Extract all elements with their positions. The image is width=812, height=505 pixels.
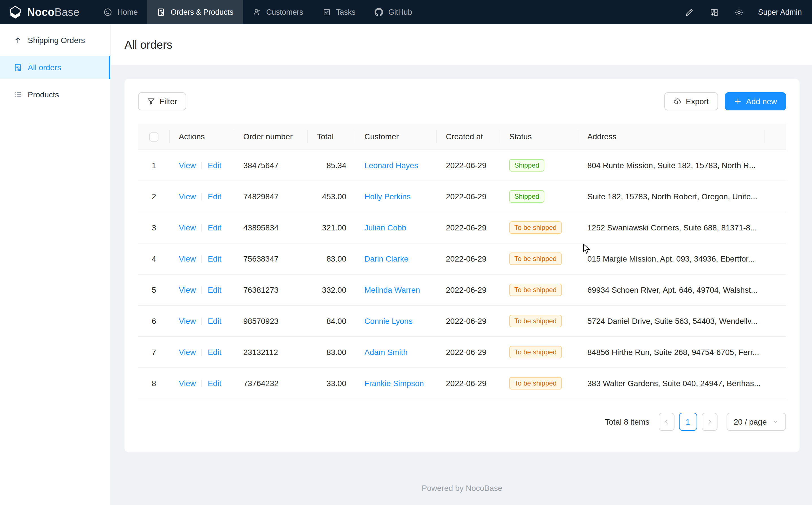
customer-link[interactable]: Holly Perkins (364, 192, 411, 201)
actions-cell: ViewEdit (170, 212, 234, 243)
view-link[interactable]: View (179, 378, 196, 387)
prev-page-button[interactable] (658, 412, 674, 431)
edit-link[interactable]: Edit (208, 316, 221, 325)
status-cell: To be shipped (500, 212, 578, 243)
total-cell: 84.00 (308, 305, 355, 336)
customer-link[interactable]: Julian Cobb (364, 223, 406, 232)
sidebar-item-all-orders[interactable]: All orders (0, 56, 110, 79)
page-size-select[interactable]: 20 / page (726, 412, 786, 431)
row-index: 7 (152, 347, 156, 356)
table-row: 5 ViewEdit 76381273 332.00 Melinda Warre… (138, 274, 786, 305)
brand-text: NocoBase (27, 6, 79, 18)
view-link[interactable]: View (179, 316, 196, 325)
table-row: 2 ViewEdit 74829847 453.00 Holly Perkins… (138, 181, 786, 212)
created-at-cell: 2022-06-29 (437, 212, 500, 243)
user-menu[interactable]: Super Admin (758, 8, 802, 16)
order-number-cell: 74829847 (234, 181, 308, 212)
view-link[interactable]: View (179, 223, 196, 232)
nav-item-label: Customers (266, 8, 303, 16)
view-link[interactable]: View (179, 285, 196, 294)
row-index: 1 (152, 161, 156, 170)
status-cell: To be shipped (500, 336, 578, 367)
view-link[interactable]: View (179, 161, 196, 170)
view-link[interactable]: View (179, 192, 196, 201)
top-nav: NocoBase Home Ord (0, 0, 812, 24)
settings-button[interactable] (726, 0, 751, 24)
address-cell: 84856 Hirthe Run, Suite 268, 94754-6705,… (578, 336, 765, 367)
created-at-cell: 2022-06-29 (437, 305, 500, 336)
customer-link[interactable]: Darin Clarke (364, 254, 409, 263)
status-badge: To be shipped (509, 283, 562, 296)
page-title: All orders (124, 38, 172, 51)
actions-cell: ViewEdit (170, 149, 234, 181)
customer-link[interactable]: Leonard Hayes (364, 161, 418, 170)
created-at-cell: 2022-06-29 (437, 336, 500, 367)
export-button[interactable]: Export (664, 92, 718, 111)
table-row: 4 ViewEdit 75638347 83.00 Darin Clarke 2… (138, 243, 786, 274)
column-header-customer: Customer (355, 124, 437, 149)
actions-cell: ViewEdit (170, 367, 234, 398)
extra-cell (765, 212, 786, 243)
status-cell: To be shipped (500, 305, 578, 336)
row-index: 8 (152, 378, 156, 387)
gear-icon (734, 8, 743, 17)
action-divider (202, 256, 202, 263)
action-divider (202, 287, 202, 294)
actions-cell: ViewEdit (170, 305, 234, 336)
action-divider (202, 380, 202, 387)
edit-link[interactable]: Edit (208, 347, 221, 356)
status-badge: Shipped (509, 190, 544, 202)
orders-card: Filter Export (124, 79, 800, 452)
created-at-cell: 2022-06-29 (437, 181, 500, 212)
edit-link[interactable]: Edit (208, 378, 221, 387)
filter-button[interactable]: Filter (138, 92, 186, 111)
sidebar: Shipping Orders All orders (0, 24, 111, 505)
status-badge: Shipped (509, 159, 544, 171)
nav-item-label: Home (117, 8, 138, 16)
pagination: Total 8 items 1 20 / page (138, 412, 786, 431)
status-badge: To be shipped (509, 221, 562, 233)
view-link[interactable]: View (179, 347, 196, 356)
add-new-button[interactable]: Add new (725, 92, 786, 111)
page-number-button[interactable]: 1 (679, 412, 697, 431)
row-index: 2 (152, 192, 156, 201)
edit-link[interactable]: Edit (208, 285, 221, 294)
customer-link[interactable]: Adam Smith (364, 347, 408, 356)
sidebar-item-label: All orders (28, 63, 61, 72)
nav-item-orders-products[interactable]: Orders & Products (148, 0, 243, 24)
edit-link[interactable]: Edit (208, 223, 221, 232)
nav-right: Super Admin (676, 0, 812, 24)
created-at-cell: 2022-06-29 (437, 367, 500, 398)
total-cell: 33.00 (308, 367, 355, 398)
sidebar-item-shipping-orders[interactable]: Shipping Orders (0, 29, 110, 51)
status-badge: To be shipped (509, 252, 562, 265)
nav-item-customers[interactable]: Customers (243, 0, 313, 24)
ui-editor-button[interactable] (676, 0, 702, 24)
customer-link[interactable]: Melinda Warren (364, 285, 420, 294)
view-link[interactable]: View (179, 254, 196, 263)
edit-link[interactable]: Edit (208, 161, 221, 170)
nav-item-github[interactable]: GitHub (365, 0, 422, 24)
address-cell: 5724 Daniel Drive, Suite 563, 54403, Wen… (578, 305, 765, 336)
nav-item-tasks[interactable]: Tasks (313, 0, 365, 24)
sidebar-item-products[interactable]: Products (0, 83, 110, 106)
edit-link[interactable]: Edit (208, 254, 221, 263)
orders-icon (157, 8, 166, 16)
next-page-button[interactable] (702, 412, 717, 431)
row-index: 6 (152, 316, 156, 325)
table-row: 7 ViewEdit 23132112 83.00 Adam Smith 202… (138, 336, 786, 367)
nav-item-home[interactable]: Home (94, 0, 148, 24)
plugin-manager-button[interactable] (702, 0, 726, 24)
actions-cell: ViewEdit (170, 181, 234, 212)
customer-cell: Leonard Hayes (355, 149, 437, 181)
nocobase-logo[interactable]: NocoBase (0, 0, 88, 24)
customer-cell: Frankie Simpson (355, 367, 437, 398)
customer-link[interactable]: Connie Lyons (364, 316, 413, 325)
order-number-cell: 73764232 (234, 367, 308, 398)
select-all-checkbox[interactable] (150, 133, 159, 142)
edit-link[interactable]: Edit (208, 192, 221, 201)
nav-item-label: Orders & Products (171, 8, 233, 16)
nav-item-label: Tasks (336, 8, 356, 16)
extra-cell (765, 243, 786, 274)
customer-link[interactable]: Frankie Simpson (364, 378, 424, 387)
